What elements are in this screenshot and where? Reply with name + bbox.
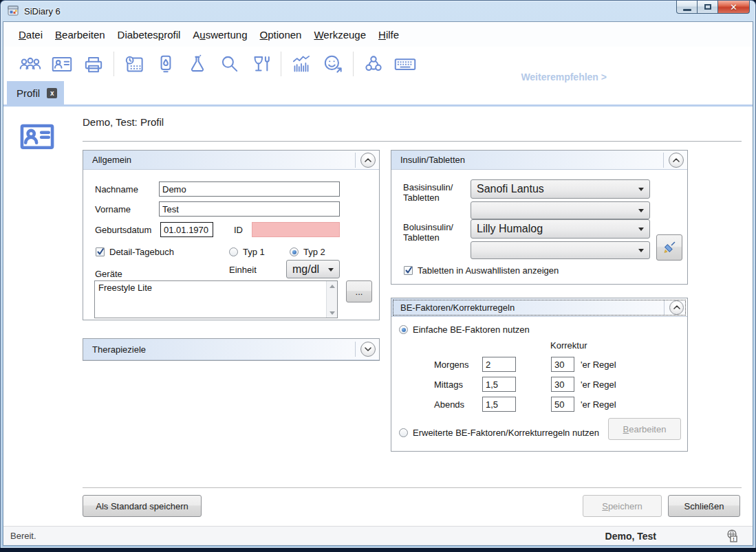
insulin-title: Insulin/Tabletten <box>400 155 465 165</box>
geburtsdatum-label: Geburtsdatum <box>95 225 151 235</box>
menu-auswertung[interactable]: Auswertung <box>186 25 253 45</box>
header-divider <box>664 300 665 315</box>
therapieziele-header: Therapieziele <box>83 339 379 360</box>
erweiterte-be-radio[interactable]: Erweiterte BE-Faktoren/Korrekturregeln n… <box>399 428 599 438</box>
typ1-radio[interactable]: Typ 1 <box>229 247 265 257</box>
toolbar-separator <box>353 52 354 76</box>
typ2-radio[interactable]: Typ 2 <box>290 247 325 257</box>
speichern-button[interactable]: Speichern <box>583 495 662 517</box>
menu-hilfe[interactable]: Hilfe <box>372 25 405 45</box>
menu-datei[interactable]: Datei <box>12 25 49 45</box>
morgens-be-input[interactable] <box>482 357 516 372</box>
basisinsulin-value: Sanofi Lantus <box>477 183 544 195</box>
erweiterte-be-label: Erweiterte BE-Faktoren/Korrekturregeln n… <box>413 428 599 438</box>
menu-bearbeiten[interactable]: Bearbeiten <box>49 25 111 45</box>
be-faktoren-title: BE-Faktoren/Korrekturregeln <box>400 302 515 313</box>
tabletten-anzeigen-checkbox[interactable]: Tabletten in Auswahllisten anzeigen <box>404 265 559 276</box>
einfache-be-label: Einfache BE-Faktoren nutzen <box>413 324 530 335</box>
scroll-up-icon[interactable] <box>327 281 337 291</box>
footer-divider <box>83 487 742 488</box>
tab-close-icon[interactable]: x <box>47 88 57 98</box>
allgemein-header: Allgemein <box>83 151 379 170</box>
vorname-input[interactable] <box>159 201 340 217</box>
toolbar-separator <box>114 52 114 76</box>
mittags-be-input[interactable] <box>482 377 516 392</box>
chevron-down-icon <box>365 347 371 351</box>
bearbeiten-button[interactable]: Bearbeiten <box>608 418 681 440</box>
search-icon[interactable] <box>213 49 245 78</box>
als-standard-speichern-button[interactable]: Als Standard speichern <box>83 495 202 517</box>
toolbar-separator <box>281 52 281 76</box>
title-divider <box>83 141 742 142</box>
basisinsulin-dropdown-2[interactable] <box>471 201 650 219</box>
titlebar: SiDiary 6 ✕ <box>1 1 755 21</box>
einheit-label: Einheit <box>229 265 257 275</box>
nutrition-icon[interactable] <box>245 49 277 78</box>
basisinsulin-dropdown-1[interactable]: Sanofi Lantus <box>471 179 650 199</box>
printer-icon[interactable] <box>78 49 109 78</box>
tabletten-anzeigen-label: Tabletten in Auswahllisten anzeigen <box>418 265 559 276</box>
einheit-value: mg/dl <box>292 263 319 276</box>
geraete-list-item[interactable]: Freestyle Lite <box>95 281 337 294</box>
toolbar: Weiterempfehlen > <box>3 47 753 81</box>
insulin-pen-button[interactable] <box>656 234 682 261</box>
detail-tagebuch-checkbox[interactable]: Detail-Tagebuch <box>96 247 174 257</box>
keyboard-icon[interactable] <box>389 49 421 78</box>
meter-device-icon[interactable] <box>150 49 182 78</box>
menu-diabetesprofil[interactable]: Diabetesprofil <box>111 25 187 45</box>
typ1-label: Typ 1 <box>243 247 265 257</box>
header-divider <box>355 342 356 357</box>
mittags-korrektur-input[interactable] <box>551 377 574 392</box>
geburtsdatum-input[interactable] <box>160 222 213 237</box>
insulin-header: Insulin/Tabletten <box>391 151 687 170</box>
nachname-input[interactable] <box>159 181 340 197</box>
abends-label: Abends <box>434 399 464 410</box>
id-input[interactable] <box>252 222 340 237</box>
minimize-button[interactable] <box>676 1 698 14</box>
chevron-up-icon <box>673 305 680 309</box>
geraete-scrollbar[interactable] <box>326 281 337 318</box>
mittags-regel-label: 'er Regel <box>581 379 616 390</box>
maximize-button[interactable] <box>698 1 717 14</box>
einheit-dropdown[interactable]: mg/dl <box>286 260 340 278</box>
screen: SiDiary 6 ✕ Datei Bearbeiten Diabetespro… <box>0 0 756 552</box>
connection-status-icon[interactable]: ! <box>725 529 740 544</box>
allgemein-title: Allgemein <box>92 155 131 165</box>
wellbeing-icon[interactable] <box>317 49 349 78</box>
weiterempfehlen-link[interactable]: Weiterempfehlen > <box>521 71 607 82</box>
profile-card-icon[interactable] <box>46 49 78 78</box>
geraete-listbox[interactable]: Freestyle Lite <box>94 280 338 318</box>
tab-profil[interactable]: Profil x <box>7 81 64 104</box>
morgens-regel-label: 'er Regel <box>581 360 616 370</box>
schliessen-button[interactable]: Schließen <box>668 495 740 517</box>
app-icon <box>8 5 20 16</box>
diary-calendar-icon[interactable] <box>118 49 150 78</box>
geraete-more-button[interactable]: ... <box>346 280 372 302</box>
lab-flask-icon[interactable] <box>182 49 213 78</box>
scroll-down-icon[interactable] <box>327 308 337 318</box>
be-faktoren-collapse-button[interactable] <box>669 300 684 315</box>
statistics-icon[interactable] <box>285 49 317 78</box>
abends-korrektur-input[interactable] <box>551 397 574 412</box>
radio-unselected-icon <box>229 247 238 256</box>
morgens-korrektur-input[interactable] <box>551 357 574 372</box>
bolusinsulin-dropdown-1[interactable]: Lilly Humalog <box>471 219 650 239</box>
page-title: Demo, Test: Profil <box>83 116 164 128</box>
insulin-collapse-button[interactable] <box>669 153 684 168</box>
menu-werkzeuge[interactable]: Werkzeuge <box>307 25 372 45</box>
therapieziele-title: Therapieziele <box>92 344 146 355</box>
morgens-label: Morgens <box>434 360 469 370</box>
close-button[interactable]: ✕ <box>717 1 750 14</box>
abends-be-input[interactable] <box>482 397 516 412</box>
bolusinsulin-dropdown-2[interactable] <box>471 241 650 259</box>
menu-optionen[interactable]: Optionen <box>254 25 308 45</box>
patients-icon[interactable] <box>14 49 46 78</box>
allgemein-collapse-button[interactable] <box>360 153 376 168</box>
geraete-label: Geräte <box>95 269 122 279</box>
einfache-be-radio[interactable]: Einfache BE-Faktoren nutzen <box>399 324 530 335</box>
share-icon[interactable] <box>358 49 389 78</box>
header-divider <box>663 153 664 168</box>
radio-selected-icon <box>399 325 408 334</box>
therapieziele-expand-button[interactable] <box>360 342 376 357</box>
window-body: Datei Bearbeiten Diabetesprofil Auswertu… <box>3 21 753 546</box>
